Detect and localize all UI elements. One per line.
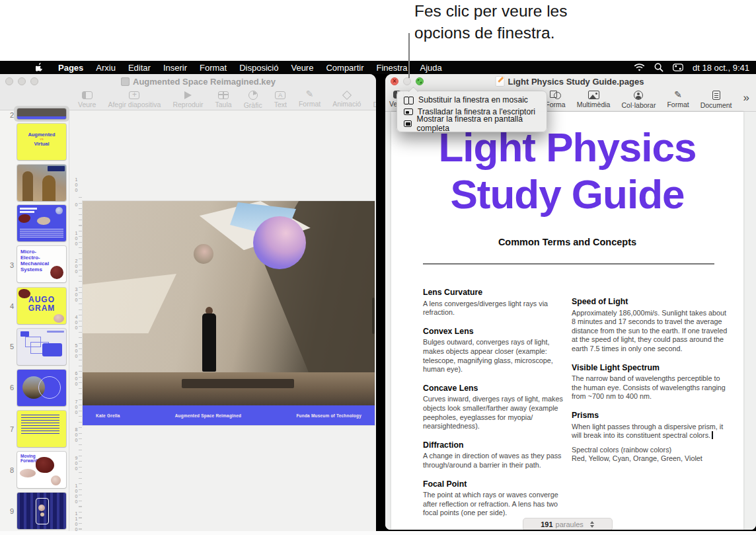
- keynote-zoom-button[interactable]: [30, 77, 38, 85]
- slide-number: 5: [0, 343, 14, 350]
- document-title[interactable]: Light Physics Study Guide: [391, 124, 743, 218]
- animate-diamond-icon: [342, 91, 352, 100]
- pages-collaborate-button[interactable]: Col·laborar: [621, 91, 656, 109]
- keynote-text-button[interactable]: Text: [274, 91, 287, 108]
- menu-compartir[interactable]: Compartir: [326, 63, 363, 73]
- pages-media-button[interactable]: Multimèdia: [577, 91, 611, 108]
- left-text-column[interactable]: Lens Curvature A lens converges/diverges…: [423, 278, 565, 520]
- slide-footer-org: Funda Museum of Technology: [296, 413, 361, 418]
- menu-ajuda[interactable]: Ajuda: [420, 63, 441, 73]
- shapes-icon: [550, 91, 561, 99]
- callout-line2: opcions de finestra.: [414, 22, 567, 44]
- slide-thumbnail-7[interactable]: AUGO GRAM: [17, 288, 66, 324]
- current-slide[interactable]: Kate Grella Augmented Space Reimagined F…: [83, 201, 375, 425]
- slide-footer-title: Augmented Space Reimagined: [175, 413, 242, 418]
- slide-thumbnail-4[interactable]: [17, 165, 66, 201]
- slide-thumbnail-8[interactable]: [17, 329, 66, 365]
- callout-line1: Fes clic per veure les: [414, 0, 567, 22]
- slide-footer-author: Kate Grella: [96, 413, 120, 418]
- pages-format-button[interactable]: ✎ Format: [667, 91, 689, 108]
- pages-window-title: Light Physics Study Guide.pages: [508, 77, 644, 87]
- document-page[interactable]: Light Physics Study Guide Common Terms a…: [391, 112, 743, 530]
- tile-window-icon: [404, 97, 414, 104]
- apple-logo-icon: [36, 63, 44, 73]
- menu-finestra[interactable]: Finestra: [377, 63, 408, 73]
- collaborate-person-icon: [634, 91, 643, 100]
- keynote-animate-button[interactable]: Animació: [332, 91, 361, 108]
- right-text-column[interactable]: Speed of Light Approximately 186,000mi/s…: [572, 288, 732, 466]
- fullscreen-icon: [404, 120, 412, 127]
- slide-thumbnail-5[interactable]: [17, 205, 66, 241]
- menu-app-name[interactable]: Pages: [58, 63, 83, 73]
- menu-format[interactable]: Format: [200, 63, 227, 73]
- keynote-chart-button[interactable]: Gràfic: [244, 91, 262, 109]
- keynote-window: Augmented Space Reimagined.key Veure Afe…: [0, 74, 376, 531]
- word-count-label: paraules: [556, 520, 584, 528]
- divider-line: [423, 263, 714, 265]
- word-count-value: 191: [541, 520, 552, 528]
- pages-window: × Light Physics Study Guide.pages Veure …: [385, 74, 756, 530]
- keynote-window-title: Augmented Space Reimagined.key: [133, 77, 276, 87]
- menu-item-fullscreen[interactable]: Mostrar la finestra en pantalla completa: [397, 118, 547, 130]
- slide-number: 3: [0, 261, 14, 269]
- callout: Fes clic per veure les opcions de finest…: [0, 0, 756, 61]
- keynote-format-button[interactable]: ✎ Format: [299, 90, 321, 108]
- add-slide-icon: [129, 91, 139, 99]
- keynote-document-button[interactable]: Document: [373, 90, 376, 108]
- menu-inserir[interactable]: Inserir: [163, 63, 187, 73]
- spotlight-search-icon[interactable]: [654, 63, 663, 72]
- pages-more-toolbar-button[interactable]: »: [743, 93, 749, 103]
- document-subtitle[interactable]: Common Terms and Concepts: [391, 237, 743, 247]
- apple-menu[interactable]: [36, 63, 44, 73]
- slide-number: 4: [0, 302, 14, 310]
- word-count-control[interactable]: 191 paraules: [523, 518, 613, 530]
- pages-minimize-button[interactable]: [403, 77, 411, 85]
- slide-thumbnail-3[interactable]: Augmented VS Virtual: [17, 124, 66, 160]
- pages-zoom-button[interactable]: [416, 77, 424, 85]
- menu-disposicio[interactable]: Disposició: [239, 63, 278, 73]
- slide-number: 9: [0, 507, 14, 515]
- slide-thumbnail-12[interactable]: [17, 493, 66, 529]
- pages-shape-button[interactable]: Forma: [545, 91, 565, 108]
- menu-clock[interactable]: dt 18 oct., 9:41: [693, 63, 749, 73]
- slide-photo-museum-interior: [83, 201, 375, 405]
- chevrons-right-icon: »: [743, 93, 749, 103]
- slide-thumbnail-6[interactable]: Micro- Electro- Mechanical Systems: [17, 246, 66, 282]
- media-image-icon: [588, 91, 599, 99]
- pages-titlebar: × Light Physics Study Guide.pages: [385, 74, 756, 89]
- slide-thumbnail-11[interactable]: Moving Forward: [17, 452, 66, 488]
- format-brush-icon: ✎: [674, 91, 682, 99]
- view-sidebar-icon: [82, 91, 93, 99]
- menu-editar[interactable]: Editar: [128, 63, 151, 73]
- keynote-close-button[interactable]: [5, 77, 13, 85]
- wifi-icon[interactable]: [634, 63, 645, 72]
- keynote-play-button[interactable]: Reproduir: [172, 91, 203, 108]
- word-count-stepper-icon[interactable]: [590, 521, 594, 528]
- control-center-icon[interactable]: [673, 63, 683, 71]
- keynote-app-icon: [121, 77, 130, 86]
- keynote-scrollbar[interactable]: [372, 298, 375, 334]
- spectral-colors-paragraph[interactable]: Spectral colors (rainbow colors) Red, Ye…: [572, 446, 732, 464]
- pages-close-button[interactable]: ×: [391, 77, 398, 85]
- slide-navigator: 2 3 Augmented VS Virtual 4: [0, 110, 69, 531]
- callout-pointer-line: [408, 33, 410, 78]
- keynote-add-slide-button[interactable]: Afegir diapositiva: [108, 91, 161, 108]
- slide-thumbnail-10[interactable]: [17, 411, 66, 447]
- menu-item-tile-window[interactable]: Substituir la finestra en mosaic: [397, 94, 547, 106]
- menu-veure[interactable]: Veure: [291, 63, 313, 73]
- move-to-desktop-icon: [404, 108, 413, 115]
- keynote-titlebar: Augmented Space Reimagined.key: [0, 74, 376, 89]
- slide-thumbnail-9[interactable]: [17, 370, 66, 406]
- keynote-view-button[interactable]: Veure: [78, 91, 96, 108]
- keynote-table-button[interactable]: Taula: [215, 91, 232, 108]
- callout-text: Fes clic per veure les opcions de finest…: [414, 0, 567, 44]
- menu-arxiu[interactable]: Arxiu: [96, 63, 116, 73]
- pages-doc-icon: [496, 76, 505, 87]
- slide-number: 2: [0, 111, 14, 119]
- slide-thumbnail-2[interactable]: [17, 108, 66, 119]
- document-icon: [712, 91, 720, 100]
- slide-number: 8: [0, 466, 14, 474]
- keynote-minimize-button[interactable]: [18, 77, 26, 85]
- pages-document-button[interactable]: Document: [700, 91, 732, 109]
- pie-chart-icon: [248, 91, 258, 100]
